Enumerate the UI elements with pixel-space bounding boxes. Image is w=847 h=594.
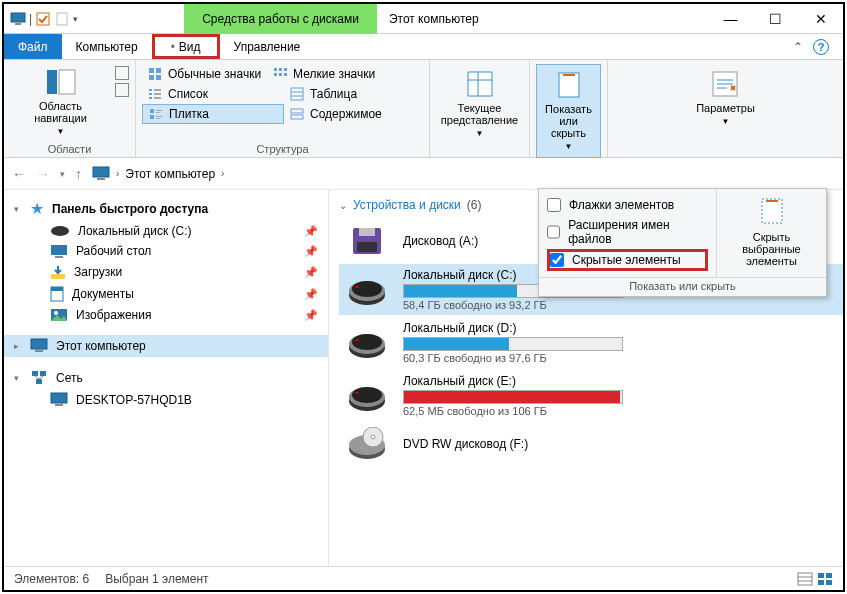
pane-checkboxes bbox=[115, 64, 129, 97]
layout-content[interactable]: Содержимое bbox=[284, 104, 388, 124]
up-button[interactable]: ↑ bbox=[75, 166, 82, 182]
chevron-right-icon[interactable]: ▸ bbox=[14, 341, 19, 351]
tab-file[interactable]: Файл bbox=[4, 34, 62, 59]
forward-button[interactable]: → bbox=[36, 166, 50, 182]
svg-rect-4 bbox=[47, 70, 57, 94]
group-layout-label: Структура bbox=[256, 141, 308, 157]
status-bar: Элементов: 6 Выбран 1 элемент bbox=[4, 566, 843, 590]
maximize-button[interactable]: ☐ bbox=[753, 4, 798, 34]
item-checkboxes-option[interactable]: Флажки элементов bbox=[547, 195, 708, 215]
hidden-items-option[interactable]: Скрытые элементы bbox=[547, 249, 708, 271]
pin-icon[interactable]: 📌 bbox=[304, 225, 318, 238]
back-button[interactable]: ← bbox=[12, 166, 26, 182]
show-hide-dropdown: Флажки элементов Расширения имен файлов … bbox=[538, 188, 827, 297]
navigation-pane-button[interactable]: Область навигации ▼ bbox=[10, 64, 111, 140]
svg-rect-13 bbox=[274, 73, 277, 76]
content-icon bbox=[290, 107, 304, 121]
svg-point-64 bbox=[352, 334, 382, 350]
drive-name: DVD RW дисковод (F:) bbox=[403, 437, 837, 451]
drive-row[interactable]: Локальный диск (D:)60,3 ГБ свободно из 9… bbox=[339, 317, 843, 368]
svg-rect-17 bbox=[154, 89, 161, 91]
explorer-window: | ▾ Средства работы с дисками Этот компь… bbox=[2, 2, 845, 592]
hidden-items-check[interactable] bbox=[550, 253, 564, 267]
svg-rect-8 bbox=[149, 75, 154, 80]
chevron-down-icon[interactable]: ▾ bbox=[14, 373, 19, 383]
layout-table[interactable]: Таблица bbox=[284, 84, 363, 104]
contextual-tab-disk-tools[interactable]: Средства работы с дисками bbox=[184, 4, 377, 34]
svg-rect-81 bbox=[762, 199, 782, 223]
pin-icon[interactable]: 📌 bbox=[304, 266, 318, 279]
drive-icon bbox=[345, 379, 389, 413]
drive-icon bbox=[345, 224, 389, 258]
drive-row[interactable]: Локальный диск (E:)62,5 МБ свободно из 1… bbox=[339, 370, 843, 421]
svg-rect-56 bbox=[359, 228, 375, 236]
preview-pane-check[interactable] bbox=[115, 66, 129, 80]
chevron-right-icon[interactable]: › bbox=[221, 168, 224, 179]
sidebar-item-downloads[interactable]: Загрузки 📌 bbox=[4, 261, 328, 283]
drive-icon bbox=[50, 225, 70, 237]
sidebar-item-network[interactable]: ▾ Сеть bbox=[4, 367, 328, 389]
svg-rect-25 bbox=[150, 109, 154, 113]
layout-regular-icons[interactable]: Обычные значки bbox=[142, 64, 267, 84]
sidebar-item-network-pc[interactable]: DESKTOP-57HQD1B bbox=[4, 389, 328, 411]
collapse-ribbon-icon[interactable]: ⌃ bbox=[793, 40, 803, 54]
view-details-icon[interactable] bbox=[797, 572, 813, 586]
item-checkboxes-check[interactable] bbox=[547, 198, 561, 212]
quick-access-header[interactable]: ▾ ★ Панель быстрого доступа bbox=[4, 196, 328, 221]
tab-computer[interactable]: Компьютер bbox=[62, 34, 152, 59]
chevron-down-icon[interactable]: ▾ bbox=[14, 204, 19, 214]
address-bar: ← → ▾ ↑ › Этот компьютер › bbox=[4, 158, 843, 190]
tab-manage[interactable]: Управление bbox=[220, 34, 315, 59]
svg-rect-20 bbox=[149, 97, 152, 99]
pc-icon bbox=[50, 392, 68, 408]
pin-icon[interactable]: 📌 bbox=[304, 309, 318, 322]
breadcrumb[interactable]: › Этот компьютер › bbox=[92, 166, 835, 182]
breadcrumb-this-pc[interactable]: Этот компьютер bbox=[125, 167, 215, 181]
svg-point-73 bbox=[371, 435, 375, 439]
current-view-button[interactable]: Текущее представление ▼ bbox=[433, 64, 526, 144]
show-hide-button[interactable]: Показать или скрыть ▼ bbox=[536, 64, 601, 158]
dropdown-footer: Показать или скрыть bbox=[539, 277, 826, 296]
file-extensions-check[interactable] bbox=[547, 225, 560, 239]
svg-rect-21 bbox=[154, 97, 161, 99]
svg-rect-22 bbox=[291, 88, 303, 100]
checkbox-icon[interactable] bbox=[35, 11, 51, 27]
hide-selected-button[interactable]: Скрыть выбранные элементы bbox=[716, 189, 826, 277]
status-selected: Выбран 1 элемент bbox=[105, 572, 208, 586]
chevron-right-icon[interactable]: › bbox=[116, 168, 119, 179]
svg-rect-27 bbox=[156, 112, 160, 113]
pc-icon bbox=[30, 338, 48, 354]
drive-row[interactable]: DVD RW дисковод (F:) bbox=[339, 423, 843, 465]
layout-small-icons[interactable]: Мелкие значки bbox=[267, 64, 381, 84]
svg-rect-29 bbox=[156, 116, 162, 117]
sidebar-item-documents[interactable]: Документы 📌 bbox=[4, 283, 328, 305]
drive-capacity-text: 60,3 ГБ свободно из 97,6 ГБ bbox=[403, 352, 837, 364]
svg-rect-9 bbox=[156, 75, 161, 80]
layout-tile[interactable]: Плитка bbox=[142, 104, 284, 124]
doc-icon[interactable] bbox=[54, 11, 70, 27]
close-button[interactable]: ✕ bbox=[798, 4, 843, 34]
sidebar-item-this-pc[interactable]: ▸ Этот компьютер bbox=[4, 335, 328, 357]
svg-rect-31 bbox=[291, 109, 303, 113]
sidebar-item-desktop[interactable]: Рабочий стол 📌 bbox=[4, 241, 328, 261]
sidebar-item-local-c[interactable]: Локальный диск (C:) 📌 bbox=[4, 221, 328, 241]
quick-access-toolbar: | ▾ bbox=[4, 11, 84, 27]
layout-list[interactable]: Список bbox=[142, 84, 284, 104]
pin-icon[interactable]: 📌 bbox=[304, 245, 318, 258]
file-extensions-option[interactable]: Расширения имен файлов bbox=[547, 215, 708, 249]
details-pane-check[interactable] bbox=[115, 83, 129, 97]
chevron-down-icon[interactable]: ⌄ bbox=[339, 200, 347, 211]
minimize-button[interactable]: — bbox=[708, 4, 753, 34]
show-hide-icon bbox=[553, 69, 585, 101]
svg-rect-2 bbox=[37, 13, 49, 25]
tab-view[interactable]: Вид bbox=[152, 34, 220, 59]
view-large-icons-icon[interactable] bbox=[817, 572, 833, 586]
pin-icon[interactable]: 📌 bbox=[304, 288, 318, 301]
qat-dropdown-icon[interactable]: ▾ bbox=[73, 14, 78, 24]
pc-icon bbox=[10, 11, 26, 27]
help-icon[interactable]: ? bbox=[813, 39, 829, 55]
sidebar-item-pictures[interactable]: Изображения 📌 bbox=[4, 305, 328, 325]
options-button[interactable]: Параметры ▼ bbox=[688, 64, 763, 132]
recent-locations-icon[interactable]: ▾ bbox=[60, 169, 65, 179]
drive-name: Локальный диск (E:) bbox=[403, 374, 837, 388]
